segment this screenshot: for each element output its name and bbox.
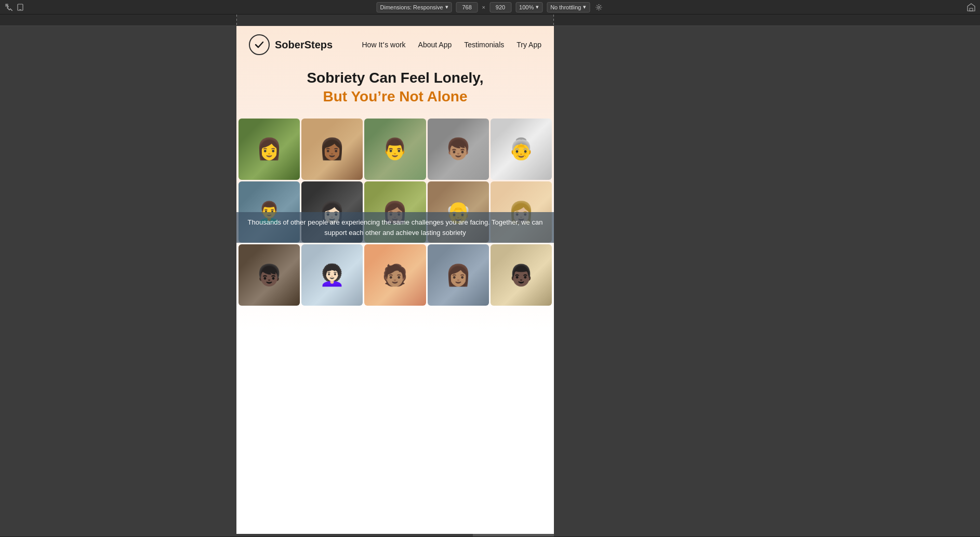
logo-icon: [249, 34, 270, 55]
photo-5: 👵: [491, 119, 552, 180]
person-4: 👦🏽: [428, 119, 489, 180]
throttle-dropdown[interactable]: No throttling ▾: [547, 2, 590, 12]
website-content: SoberSteps How Itʻs work About App Testi…: [236, 26, 554, 534]
site-logo: SoberSteps: [249, 34, 333, 55]
browser-viewport: SoberSteps How Itʻs work About App Testi…: [236, 26, 554, 534]
photo-row-1: 👩 👩🏾 👨 👦🏽 👵: [236, 119, 554, 180]
nav-testimonials[interactable]: Testimonials: [464, 41, 504, 49]
svg-point-3: [598, 6, 600, 8]
zoom-dropdown[interactable]: 100% ▾: [515, 2, 542, 12]
photo-4: 👦🏽: [428, 119, 489, 180]
person-11: 👦🏿: [239, 244, 300, 306]
overlay-text: Thousands of other people are experienci…: [236, 212, 554, 243]
nav-try-app[interactable]: Try App: [517, 41, 541, 49]
photo-15: 👨🏿: [491, 244, 552, 306]
svg-rect-4: [970, 8, 973, 11]
ruler-bar: [0, 15, 980, 26]
hero-title-line1: Sobriety Can Feel Lonely,: [236, 69, 554, 87]
toolbar-left-icons: [0, 3, 29, 12]
hero-title-line2: But You’re Not Alone: [236, 87, 554, 106]
right-panel: [554, 26, 980, 534]
photo-12: 👩🏻‍🦱: [301, 244, 363, 306]
dimension-separator: ×: [482, 4, 485, 10]
device-icon[interactable]: [16, 3, 25, 12]
photo-row-3: 👦🏿 👩🏻‍🦱 🧑🏽 👩🏽 👨🏿: [236, 244, 554, 306]
ruler-marks: [236, 15, 554, 25]
person-15: 👨🏿: [491, 244, 552, 306]
toolbar-center: Dimensions: Responsive ▾ × 100% ▾ No thr…: [377, 2, 604, 12]
photo-3: 👨: [364, 119, 426, 180]
top-toolbar: Dimensions: Responsive ▾ × 100% ▾ No thr…: [0, 0, 980, 15]
toolbar-right: [966, 3, 976, 12]
person-3: 👨: [364, 119, 426, 180]
photo-11: 👦🏿: [239, 244, 300, 306]
photo-13: 🧑🏽: [364, 244, 426, 306]
person-5: 👵: [491, 119, 552, 180]
photo-2: 👩🏾: [301, 119, 363, 180]
photo-1: 👩: [239, 119, 300, 180]
person-12: 👩🏻‍🦱: [301, 244, 363, 306]
height-input[interactable]: [489, 2, 511, 12]
logo-text: SoberSteps: [275, 39, 333, 51]
person-14: 👩🏽: [428, 244, 489, 306]
inspect-icon[interactable]: [4, 3, 14, 12]
width-input[interactable]: [456, 2, 478, 12]
person-1: 👩: [239, 119, 300, 180]
left-panel: [0, 26, 236, 534]
photo-row-2-container: 👨‍🦱 👩🏻 👩🏽 👴 👩🏼 Thousands of: [236, 181, 554, 243]
main-layout: SoberSteps How Itʻs work About App Testi…: [0, 26, 980, 534]
responsive-dropdown[interactable]: Dimensions: Responsive ▾: [377, 2, 452, 12]
photo-14: 👩🏽: [428, 244, 489, 306]
nav-links: How Itʻs work About App Testimonials Try…: [362, 41, 541, 49]
hero-section: Sobriety Can Feel Lonely, But You’re Not…: [236, 63, 554, 117]
nav-how-it-works[interactable]: How Itʻs work: [362, 41, 405, 49]
person-13: 🧑🏽: [364, 244, 426, 306]
nav-about-app[interactable]: About App: [418, 41, 452, 49]
person-2: 👩🏾: [301, 119, 363, 180]
settings-icon[interactable]: [594, 3, 603, 12]
site-nav: SoberSteps How Itʻs work About App Testi…: [236, 26, 554, 63]
